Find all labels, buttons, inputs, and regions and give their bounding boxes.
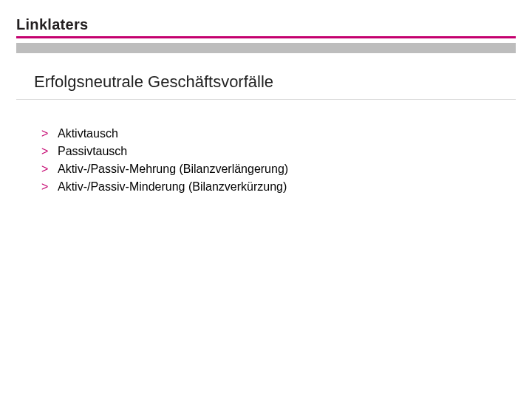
list-item: > Aktivtausch bbox=[41, 125, 532, 143]
list-item-text: Aktivtausch bbox=[58, 125, 118, 143]
list-item: > Aktiv-/Passiv-Mehrung (Bilanzverlänger… bbox=[41, 160, 532, 178]
bullet-icon: > bbox=[41, 143, 50, 160]
bullet-icon: > bbox=[41, 125, 50, 143]
bullet-icon: > bbox=[41, 178, 50, 196]
brand-logo-text: Linklaters bbox=[0, 16, 532, 36]
grey-bar bbox=[16, 43, 516, 53]
list-item-text: Aktiv-/Passiv-Mehrung (Bilanzverlängerun… bbox=[58, 160, 288, 178]
header: Linklaters bbox=[0, 0, 532, 53]
slide: Linklaters Erfolgsneutrale Geschäftsvorf… bbox=[0, 0, 532, 399]
list-item-text: Aktiv-/Passiv-Minderung (Bilanzverkürzun… bbox=[58, 178, 287, 196]
bullet-icon: > bbox=[41, 160, 50, 178]
body: > Aktivtausch > Passivtausch > Aktiv-/Pa… bbox=[0, 100, 532, 196]
list-item: > Aktiv-/Passiv-Minderung (Bilanzverkürz… bbox=[41, 178, 532, 196]
list-item-text: Passivtausch bbox=[58, 143, 127, 160]
slide-title: Erfolgsneutrale Geschäftsvorfälle bbox=[0, 53, 532, 99]
list-item: > Passivtausch bbox=[41, 143, 532, 160]
